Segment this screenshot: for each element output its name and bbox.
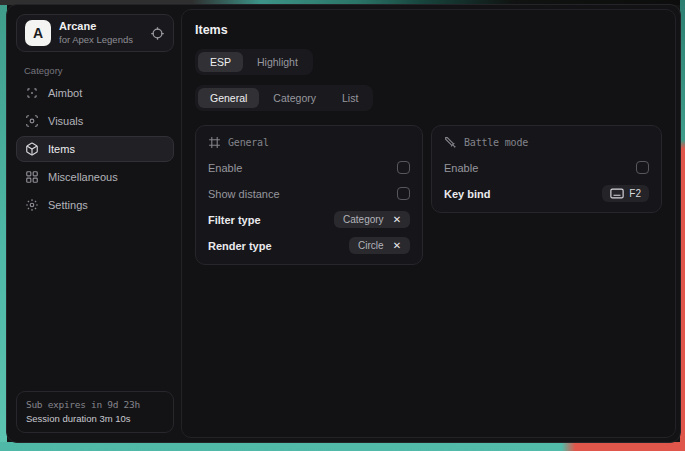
view-tabbar: General Category List (195, 85, 373, 111)
grid-icon (25, 170, 39, 184)
keybind-button[interactable]: F2 (602, 185, 649, 202)
sidebar-item-label: Items (48, 143, 75, 155)
page-title: Items (195, 23, 662, 37)
tab-category[interactable]: Category (261, 88, 328, 108)
general-card: General Enable Show distance Filter type… (195, 125, 423, 265)
tab-highlight[interactable]: Highlight (245, 52, 310, 72)
filter-type-select[interactable]: Category ✕ (334, 211, 410, 228)
cards-row: General Enable Show distance Filter type… (195, 125, 662, 265)
setting-row-enable: Enable (208, 159, 410, 176)
setting-row-filter-type: Filter type Category ✕ (208, 211, 410, 228)
setting-label: Filter type (208, 214, 261, 226)
scan-eye-icon (25, 114, 39, 128)
swords-icon (444, 136, 457, 149)
tab-general[interactable]: General (198, 88, 259, 108)
subscription-info-box: Sub expires in 9d 23h Session duration 3… (16, 391, 174, 434)
setting-label: Enable (208, 162, 242, 174)
sidebar-item-settings[interactable]: Settings (16, 192, 174, 218)
session-duration-text: Session duration 3m 10s (26, 412, 164, 426)
sidebar-item-items[interactable]: Items (16, 136, 174, 162)
setting-row-render-type: Render type Circle ✕ (208, 237, 410, 254)
setting-row-show-distance: Show distance (208, 185, 410, 202)
sub-expires-text: Sub expires in 9d 23h (26, 398, 164, 412)
sidebar-item-label: Visuals (48, 115, 83, 127)
sidebar-item-label: Aimbot (48, 87, 82, 99)
card-title: General (228, 137, 269, 148)
keyboard-icon (610, 188, 624, 199)
show-distance-checkbox[interactable] (397, 187, 410, 200)
package-icon (25, 142, 39, 156)
battle-card-header: Battle mode (444, 136, 649, 149)
setting-row-keybind: Key bind F2 (444, 185, 649, 202)
sidebar-item-label: Settings (48, 199, 88, 211)
select-value: Circle (358, 240, 384, 251)
clear-icon[interactable]: ✕ (393, 241, 401, 251)
sidebar-item-aimbot[interactable]: Aimbot (16, 80, 174, 106)
app-logo-box: A Arcane for Apex Legends (16, 14, 174, 52)
sidebar-item-label: Miscellaneous (48, 171, 118, 183)
general-card-header: General (208, 136, 410, 149)
tab-esp[interactable]: ESP (198, 52, 243, 72)
main-panel: Items ESP Highlight General Category Lis… (181, 9, 676, 438)
clear-icon[interactable]: ✕ (393, 215, 401, 225)
app-subtitle: for Apex Legends (59, 34, 142, 46)
keybind-value: F2 (629, 188, 641, 199)
render-type-select[interactable]: Circle ✕ (349, 237, 410, 254)
mode-tabbar: ESP Highlight (195, 49, 313, 75)
setting-label: Show distance (208, 188, 280, 200)
desktop-background-bottom (0, 442, 685, 451)
app-logo-avatar: A (25, 20, 51, 46)
card-title: Battle mode (464, 137, 528, 148)
gear-icon (25, 198, 39, 212)
setting-label: Enable (444, 162, 478, 174)
setting-label: Render type (208, 240, 272, 252)
sidebar: A Arcane for Apex Legends Category Aimbo… (11, 9, 179, 438)
sidebar-item-visuals[interactable]: Visuals (16, 108, 174, 134)
sidebar-item-miscellaneous[interactable]: Miscellaneous (16, 164, 174, 190)
sidebar-nav: Aimbot Visuals Items (16, 80, 174, 218)
app-title: Arcane (59, 20, 142, 34)
setting-row-enable: Enable (444, 159, 649, 176)
setting-label: Key bind (444, 188, 490, 200)
crosshair-icon (25, 86, 39, 100)
category-section-label: Category (24, 65, 174, 76)
tab-list[interactable]: List (330, 88, 370, 108)
frame-icon (208, 136, 221, 149)
battle-enable-checkbox[interactable] (636, 161, 649, 174)
app-logo-text: Arcane for Apex Legends (59, 20, 142, 46)
target-icon (150, 26, 165, 41)
select-value: Category (343, 214, 384, 225)
app-window: A Arcane for Apex Legends Category Aimbo… (6, 4, 681, 443)
enable-checkbox[interactable] (397, 161, 410, 174)
battle-mode-card: Battle mode Enable Key bind F2 (431, 125, 662, 213)
